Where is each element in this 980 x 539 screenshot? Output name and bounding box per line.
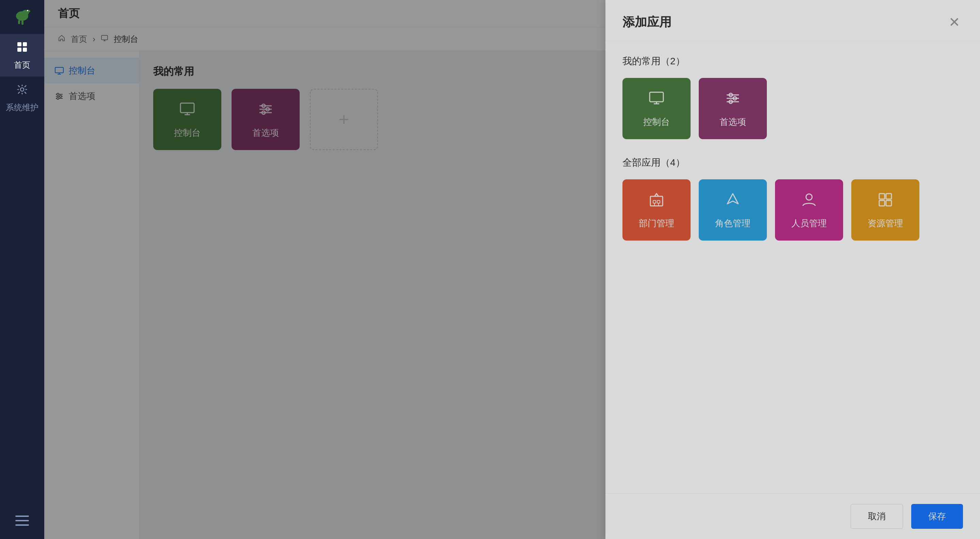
svg-rect-5 — [21, 20, 24, 25]
svg-rect-8 — [18, 48, 21, 52]
svg-rect-44 — [651, 197, 663, 206]
svg-point-10 — [21, 88, 24, 91]
svg-rect-45 — [653, 200, 656, 203]
user-icon-panel — [800, 191, 818, 213]
panel-body: 我的常用（2） 控制台 — [605, 41, 980, 493]
sidebar-menu-toggle[interactable] — [15, 515, 29, 539]
panel-footer: 取消 保存 — [605, 493, 980, 539]
svg-point-50 — [806, 194, 812, 200]
svg-rect-53 — [879, 200, 885, 206]
sliders-icon-panel — [724, 89, 741, 111]
panel-my-common-title: 我的常用（2） — [622, 55, 963, 68]
main-area: 首页 首页 › 控制台 — [44, 0, 980, 539]
sidebar-item-home[interactable]: 首页 — [0, 34, 44, 76]
svg-rect-52 — [886, 193, 891, 199]
svg-rect-12 — [15, 520, 29, 521]
panel-tile-preferences[interactable]: 首选项 — [699, 78, 767, 139]
panel-title: 添加应用 — [622, 14, 671, 31]
panel-tile-role[interactable]: 角色管理 — [699, 179, 767, 241]
monitor-icon-panel — [648, 89, 665, 111]
svg-rect-4 — [18, 20, 20, 24]
panel-all-apps-grid: 部门管理 角色管理 — [622, 179, 963, 241]
panel-tile-console-label: 控制台 — [643, 116, 670, 128]
panel-close-button[interactable]: ✕ — [946, 14, 963, 31]
panel-tile-preferences-label: 首选项 — [719, 116, 746, 128]
save-button[interactable]: 保存 — [911, 504, 963, 529]
panel-my-common-grid: 控制台 首选项 — [622, 78, 963, 139]
sidebar-logo — [10, 3, 34, 27]
svg-marker-49 — [727, 193, 738, 204]
panel-tile-person-label: 人员管理 — [791, 217, 827, 229]
sidebar-item-sysadmin-label: 系统维护 — [6, 102, 38, 113]
svg-rect-13 — [15, 525, 29, 526]
navigation-icon-panel — [724, 191, 741, 213]
gear-icon — [15, 83, 29, 99]
svg-point-2 — [26, 10, 30, 13]
cancel-button[interactable]: 取消 — [851, 504, 903, 529]
panel-all-apps-title: 全部应用（4） — [622, 156, 963, 169]
panel-header: 添加应用 ✕ — [605, 0, 980, 41]
svg-point-41 — [729, 93, 732, 97]
svg-rect-7 — [23, 42, 27, 46]
svg-rect-35 — [650, 92, 663, 102]
svg-point-42 — [733, 97, 737, 100]
add-app-panel: 添加应用 ✕ 我的常用（2） 控制台 — [605, 0, 980, 539]
panel-tile-role-label: 角色管理 — [715, 217, 751, 229]
svg-rect-46 — [657, 200, 660, 203]
menu-icon — [15, 515, 29, 528]
panel-tile-dept[interactable]: 部门管理 — [622, 179, 690, 241]
close-icon: ✕ — [949, 14, 960, 30]
panel-tile-person[interactable]: 人员管理 — [775, 179, 843, 241]
sidebar-item-home-label: 首页 — [14, 60, 30, 70]
svg-rect-54 — [886, 200, 891, 206]
svg-rect-9 — [23, 48, 27, 52]
sidebar: 首页 系统维护 — [0, 0, 44, 539]
building-icon-panel — [648, 191, 665, 213]
sidebar-item-sysadmin[interactable]: 系统维护 — [0, 76, 44, 119]
home-icon — [15, 40, 29, 57]
svg-rect-51 — [879, 193, 885, 199]
svg-rect-11 — [15, 515, 29, 517]
svg-rect-6 — [18, 42, 21, 46]
panel-tile-console[interactable]: 控制台 — [622, 78, 690, 139]
panel-tile-dept-label: 部门管理 — [639, 217, 674, 229]
panel-tile-resource[interactable]: 资源管理 — [851, 179, 920, 241]
resource-icon-panel — [877, 191, 894, 213]
svg-point-3 — [27, 10, 28, 11]
svg-point-43 — [729, 100, 732, 103]
panel-tile-resource-label: 资源管理 — [868, 217, 903, 229]
